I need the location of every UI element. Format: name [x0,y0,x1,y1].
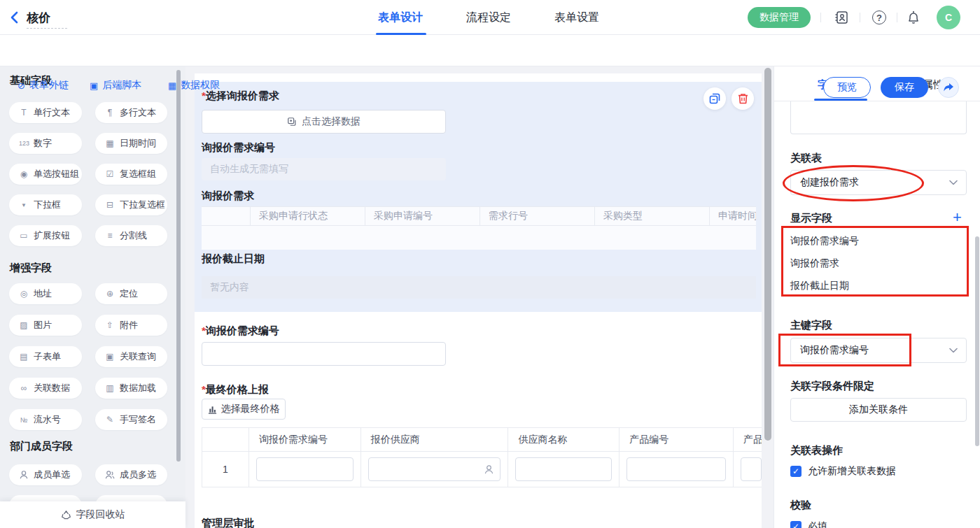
select-final-price-button[interactable]: 选择最终价格 [202,399,286,420]
number-icon: 123 [19,140,29,147]
field-button-extended-button[interactable]: ▭扩展按钮 [9,225,82,246]
help-icon[interactable]: ? [871,9,888,26]
share-arrow-icon [943,83,954,92]
field-button-divider[interactable]: ≡分割线 [95,225,167,246]
field-button-image[interactable]: ▨图片 [9,315,82,336]
single-line-text-icon: T [19,108,29,117]
checkbox-checked-icon[interactable] [790,466,802,477]
final-price-col: 产品 [734,428,762,451]
header-divider [860,13,860,22]
delete-field-button[interactable] [732,87,754,110]
field-title-input-clipped[interactable] [790,101,967,134]
multi-dropdown-icon: ⊟ [105,200,115,210]
field-button-subform[interactable]: ▤子表单 [9,346,82,367]
cell-input-supplier-name[interactable] [515,457,612,481]
field-button-location[interactable]: ⊕定位 [95,283,167,304]
cell [620,452,734,487]
field-recycle-bin[interactable]: 字段回收站 [0,501,186,528]
divider-icon: ≡ [105,231,115,241]
backend-script-link[interactable]: ▣ 后端脚本 [90,79,141,92]
demand-no-input[interactable] [202,342,446,366]
field-button-address[interactable]: ◎地址 [9,283,82,304]
checkbox-checked-icon[interactable] [790,521,802,528]
selected-field-block-related-data[interactable]: *选择询报价需求 点击选择数据 询报价需求编号 自动生成无需填写 询报价需求 采… [195,82,762,312]
field-button-member-multi[interactable]: 成员多选 [95,464,167,485]
display-field-item[interactable]: 报价截止日期 [790,280,849,292]
field-button-datetime[interactable]: ▦日期时间 [95,133,167,154]
add-condition-button[interactable]: 添加关联条件 [790,398,967,422]
demand-table-col: 采购申请编号 [365,207,480,225]
preview-button[interactable]: 预览 [823,77,871,98]
field-button-serial-number[interactable]: №流水号 [9,409,82,430]
primary-key-label: 主键字段 [790,319,832,332]
field-button-related-data[interactable]: ∞关联数据 [9,378,82,399]
external-link-icon: ⊘ [18,81,25,90]
data-manage-button[interactable]: 数据管理 [748,7,811,28]
display-field-item[interactable]: 询报价需求编号 [790,235,859,248]
related-table-select[interactable]: 创建报价需求 [790,170,967,195]
select-data-button[interactable]: 点击选择数据 [202,110,446,134]
title-edit-underline [27,28,67,29]
sidebar-scrollbar[interactable] [176,70,181,462]
tab-flow-setting[interactable]: 流程设定 [463,10,514,25]
field-library-sidebar: 基础字段 T单行文本 ¶多行文本 123数字 ▦日期时间 ◉单选按钮组 ☑复选框… [0,66,186,528]
image-icon: ▨ [19,320,29,330]
page-title[interactable]: 核价 [27,10,50,26]
canvas-scrollbar[interactable] [764,68,771,441]
field-button-multi-select[interactable]: ⊟下拉复选框 [95,194,167,215]
primary-key-select[interactable]: 询报价需求编号 [790,338,967,363]
copy-field-button[interactable] [704,87,726,110]
header-divider [820,13,821,22]
address-book-icon[interactable] [833,9,850,26]
field-button-data-load[interactable]: ▥数据加载 [95,378,167,399]
field-button-multi-line-text[interactable]: ¶多行文本 [95,102,167,123]
field-button-radio-group[interactable]: ◉单选按钮组 [9,164,82,185]
field-button-single-line-text[interactable]: T单行文本 [9,102,82,123]
field-button-attachment[interactable]: ⇧附件 [95,315,167,336]
field-button-number[interactable]: 123数字 [9,133,82,154]
display-field-item[interactable]: 询报价需求 [790,257,839,270]
demand-no-disabled-input: 自动生成无需填写 [202,158,446,180]
demand-table-col: 申请时间 [710,207,756,225]
field-label-approval: 管理层审批 [202,517,254,528]
validation-label: 校验 [790,499,811,512]
field-button-signature[interactable]: ✎手写签名 [95,409,167,430]
field-button-member-single[interactable]: 成员单选 [9,464,82,485]
display-fields-label: 显示字段 [790,212,832,225]
cell-input-supplier-picker[interactable] [368,457,501,481]
cell-input-demand-no[interactable] [256,457,354,481]
field-button-select[interactable]: ▼下拉框 [9,194,82,215]
notification-bell-icon[interactable] [905,9,922,26]
field-label-deadline: 报价截止日期 [202,252,265,266]
tab-form-design[interactable]: 表单设计 [375,10,426,25]
final-price-table: 询报价需求编号 报价供应商 供应商名称 产品编号 产品 1 [202,427,762,487]
section-title-member-fields: 部门成员字段 [10,440,73,453]
data-permission-link[interactable]: ▦ 数据权限 [168,79,220,92]
demand-table: 采购申请行状态 采购申请编号 需求行号 采购类型 申请时间 [202,206,756,250]
property-panel: 字段属性 表单属性 关联表 创建报价需求 显示字段 + 询报价需求编号 询报价需… [774,66,980,528]
back-icon[interactable] [10,11,20,24]
panel-scrollbar[interactable] [975,236,979,446]
table-ops-label: 关联表操作 [790,444,843,457]
copy-icon [709,93,720,104]
location-icon: ⊕ [105,289,115,299]
final-price-col-index [202,428,249,451]
user-avatar[interactable]: C [937,6,960,29]
data-load-chart-icon: ▥ [105,383,115,393]
required-option-row[interactable]: 必填 [790,520,827,528]
field-button-checkbox-group[interactable]: ☑复选框组 [95,164,167,185]
tab-form-setting[interactable]: 表单设置 [552,10,602,25]
deadline-empty-value: 暂无内容 [202,276,756,299]
field-label-demand-no: 询报价需求编号 [202,141,275,155]
form-external-link[interactable]: ⊘ 表单外链 [18,79,69,92]
top-header: 核价 表单设计 流程设定 表单设置 数据管理 ? C [0,0,980,35]
field-button-related-query[interactable]: ▣关联查询 [95,346,167,367]
script-icon: ▣ [90,81,98,90]
save-button[interactable]: 保存 [881,77,928,98]
cell-input-product[interactable] [741,457,762,481]
cell-input-product-no[interactable] [626,457,726,481]
allow-add-related-row[interactable]: 允许新增关联表数据 [790,465,896,478]
share-button[interactable] [938,77,959,98]
form-toolbar: ⊘ 表单外链 ▣ 后端脚本 ▦ 数据权限 预览 保存 [0,35,980,66]
add-display-field-button[interactable]: + [953,208,962,227]
